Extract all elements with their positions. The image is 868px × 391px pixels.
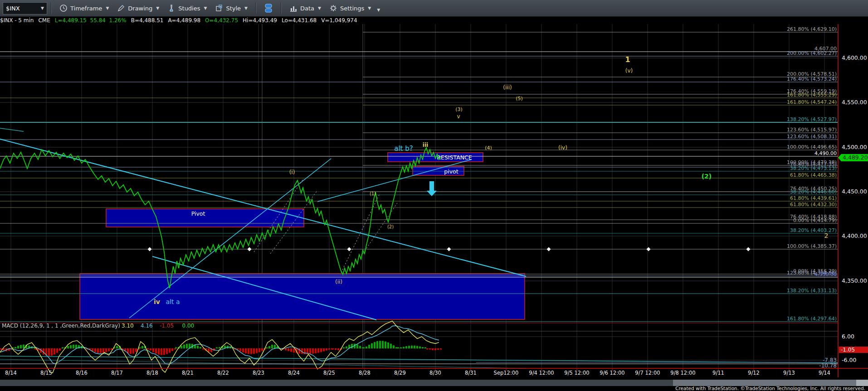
macd-histogram-bar [183, 345, 185, 348]
fib-label: 123.60% (4,515.97) [787, 127, 837, 133]
macd-histogram-bar [366, 347, 367, 348]
macd-histogram-bar [351, 344, 353, 348]
macd-histogram-bar [403, 347, 405, 348]
date-label: 9/12 [748, 370, 760, 376]
fib-label: 38.20% (4,446.60) [790, 189, 837, 195]
date-label: 9/14 [819, 370, 830, 376]
wave-label: (i) [289, 169, 295, 175]
menu-style[interactable]: Style▼ [215, 4, 248, 12]
toolbar: $INX ▼ Timeframe▼Drawing▼Studies▼Style▼ … [0, 0, 868, 17]
wave-label: (4) [485, 145, 492, 151]
macd-axis-label: -6.00 [842, 357, 856, 363]
macd-value: 3.10 [122, 323, 134, 329]
wave-label: alt a [166, 298, 180, 305]
status-bar: $INX - 5 minCMEL=4,489.15 55.84 1.26%B=4… [0, 17, 868, 24]
chevron-down-icon: ▼ [244, 6, 248, 10]
macd-histogram-bar [62, 347, 63, 348]
fib-label: 200.00% (4,602.27) [787, 50, 837, 56]
menu-settings[interactable]: Settings▼ [329, 4, 371, 12]
macd-histogram-bar [320, 348, 322, 352]
macd-histogram-bar [385, 342, 386, 348]
wave-label: iv [154, 298, 160, 305]
horizontal-scrollbar[interactable] [0, 380, 868, 386]
layout-button[interactable] [264, 3, 273, 13]
macd-histogram-bar [219, 347, 220, 348]
fib-label: 61.80% (4,439.61) [790, 195, 837, 201]
macd-histogram-bar [239, 348, 241, 351]
price-axis-label: 4,350.00 [842, 277, 867, 284]
menu-studies[interactable]: Studies▼ [167, 4, 207, 12]
macd-histogram-bar [387, 343, 389, 348]
status-token: B=4,488.51 [131, 17, 164, 24]
macd-histogram-bar [186, 344, 188, 348]
macd-histogram-bar [346, 347, 347, 348]
date-label: 8/21 [182, 370, 194, 376]
macd-histogram-bar [17, 346, 19, 348]
macd-histogram-bar [132, 348, 134, 354]
price-axis-label: 4,400.00 [842, 232, 867, 239]
toolbar-divider [281, 2, 282, 14]
menu-data[interactable]: Data▼ [289, 4, 321, 12]
diamond-marker [746, 247, 750, 251]
menu-drawing[interactable]: Drawing▼ [117, 4, 159, 12]
macd-histogram-bar [414, 346, 415, 348]
macd-axis-label: 6.00 [842, 333, 854, 340]
macd-histogram-bar [67, 346, 69, 348]
macd-histogram-bar [416, 346, 418, 348]
macd-histogram-bar [48, 348, 50, 356]
macd-histogram-bar [197, 346, 199, 348]
wave-label: 2 [824, 232, 829, 239]
menu-label: Studies [178, 5, 200, 12]
macd-histogram-bar [359, 346, 361, 348]
annotation-box [80, 274, 525, 319]
macd-histogram-bar [356, 344, 358, 348]
macd-histogram-bar [56, 348, 58, 353]
pencil-icon [117, 4, 125, 12]
chevron-down-icon: ▼ [318, 6, 321, 10]
menu-timeframe[interactable]: Timeframe▼ [59, 4, 109, 12]
macd-histogram-bar [411, 346, 413, 348]
scrollbar-corner[interactable] [856, 380, 868, 386]
symbol-label: $INX [6, 5, 20, 12]
macd-histogram-bar [335, 348, 336, 350]
macd-histogram-bar [175, 347, 177, 348]
wave-label: (iii) [503, 84, 512, 91]
status-token: A=4,489.98 [168, 17, 200, 24]
symbol-dropdown[interactable]: $INX ▼ [3, 2, 47, 14]
diamond-marker [447, 247, 451, 251]
date-label: 8/16 [76, 370, 88, 376]
wave-label: (ii) [335, 279, 342, 285]
macd-histogram-bar [440, 348, 442, 350]
macd-histogram-bar [20, 345, 22, 348]
overflow-chevron-icon[interactable]: ▼ [377, 8, 380, 12]
macd-histogram-bar [379, 341, 381, 348]
date-label: 8/14 [5, 370, 17, 376]
macd-histogram-bar [180, 346, 182, 348]
date-label: 8/24 [288, 370, 300, 376]
macd-histogram-bar [312, 348, 314, 354]
date-label: 8/31 [465, 370, 477, 376]
macd-histogram-bar [23, 345, 24, 348]
macd-histogram-bar [97, 348, 99, 353]
layout-icon [264, 3, 273, 13]
macd-histogram-bar [285, 348, 287, 350]
fib-label: 4,490.00 [814, 150, 837, 156]
wave-label: (2) [702, 173, 712, 180]
fib-label: 161.80% (4,555.29) [787, 92, 837, 98]
macd-histogram-bar [51, 348, 53, 356]
wave-label: (3) [455, 106, 463, 112]
macd-value: -1.05 [160, 323, 174, 329]
box-label: pivot [444, 168, 458, 175]
diamond-marker [247, 247, 251, 251]
chart-canvas[interactable]: PivotRESISTANCEpivot261.80% (4,629.10)4,… [0, 0, 868, 391]
macd-histogram-bar [293, 348, 295, 352]
macd-histogram-bar [258, 348, 260, 352]
macd-histogram-bar [429, 348, 431, 350]
macd-histogram-bar [216, 347, 218, 348]
date-label: 8/28 [359, 370, 371, 376]
fib-label: 100.00% (4,496.65) [787, 144, 837, 150]
diamond-marker [646, 247, 650, 251]
fib-label: 138.20% (4,331.13) [787, 288, 837, 294]
macd-histogram-bar [150, 348, 151, 350]
scrollbar-thumb[interactable] [673, 380, 856, 386]
